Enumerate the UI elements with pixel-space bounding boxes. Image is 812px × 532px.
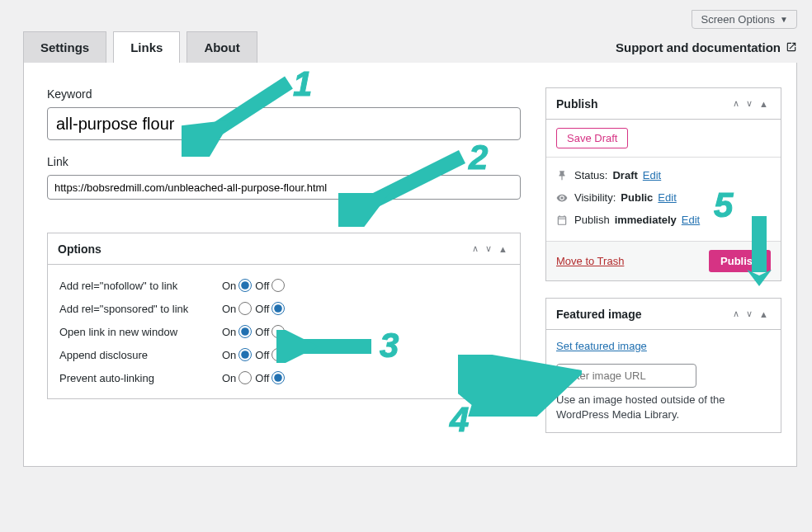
image-url-input[interactable] <box>556 364 696 388</box>
option-row: Prevent auto-linking On Off <box>59 367 508 388</box>
support-link-label: Support and documentation <box>616 40 781 54</box>
move-to-trash-link[interactable]: Move to Trash <box>556 255 624 267</box>
link-input[interactable] <box>47 175 521 200</box>
eye-icon <box>556 192 569 204</box>
set-featured-image-link[interactable]: Set featured image <box>556 340 647 352</box>
move-down-icon[interactable]: ∨ <box>744 307 755 321</box>
option-off: Off <box>255 371 285 384</box>
link-label: Link <box>47 155 521 168</box>
visibility-edit-link[interactable]: Edit <box>658 191 676 204</box>
move-up-icon[interactable]: ∧ <box>470 242 481 256</box>
option-off: Off <box>255 325 285 338</box>
support-link[interactable]: Support and documentation <box>616 40 797 54</box>
featured-image-title: Featured image <box>556 308 641 321</box>
tab-about[interactable]: About <box>186 31 257 63</box>
move-down-icon[interactable]: ∨ <box>744 97 755 111</box>
save-draft-button[interactable]: Save Draft <box>556 128 628 148</box>
toggle-panel-icon[interactable]: ▲ <box>757 308 771 321</box>
option-row: Open link in new window On Off <box>59 321 508 342</box>
option-off: Off <box>255 348 285 361</box>
chevron-down-icon: ▼ <box>780 15 788 24</box>
publish-title: Publish <box>556 97 598 111</box>
status-value: Draft <box>612 169 637 181</box>
external-link-icon <box>786 41 797 53</box>
option-row: Add rel="nofollow" to link On Off <box>59 275 508 296</box>
pin-icon <box>556 170 569 181</box>
options-title: Options <box>58 242 102 256</box>
move-up-icon[interactable]: ∧ <box>730 97 742 111</box>
option-row: Append disclosure On Off <box>59 344 508 365</box>
status-label: Status: <box>574 169 607 181</box>
keyword-input[interactable] <box>47 107 521 140</box>
option-on: On <box>222 302 252 315</box>
screen-options-button[interactable]: Screen Options ▼ <box>692 10 797 29</box>
option-label: Add rel="nofollow" to link <box>59 275 220 296</box>
option-on: On <box>222 325 252 338</box>
move-down-icon[interactable]: ∨ <box>483 242 494 256</box>
visibility-value: Public <box>621 191 653 204</box>
schedule-edit-link[interactable]: Edit <box>682 214 700 226</box>
option-label: Add rel="sponsored" to link <box>59 298 220 319</box>
visibility-label: Visibility: <box>574 191 616 204</box>
calendar-icon <box>556 214 569 226</box>
option-label: Open link in new window <box>59 321 220 342</box>
tab-settings[interactable]: Settings <box>23 31 106 63</box>
option-off: Off <box>255 279 285 292</box>
schedule-value: immediately <box>615 214 677 226</box>
featured-image-description: Use an image hosted outside of the WordP… <box>556 393 771 422</box>
option-on: On <box>222 348 252 361</box>
publish-button[interactable]: Publish <box>709 250 771 272</box>
toggle-panel-icon[interactable]: ▲ <box>496 242 510 256</box>
option-off: Off <box>255 302 285 315</box>
keyword-label: Keyword <box>47 87 521 101</box>
schedule-label: Publish <box>574 214 610 226</box>
option-on: On <box>222 371 252 384</box>
toggle-panel-icon[interactable]: ▲ <box>757 97 771 111</box>
option-row: Add rel="sponsored" to link On Off <box>59 298 508 319</box>
screen-options-label: Screen Options <box>701 13 775 26</box>
tabs: Settings Links About <box>23 31 257 63</box>
option-label: Prevent auto-linking <box>59 367 220 388</box>
option-label: Append disclosure <box>59 344 220 365</box>
option-on: On <box>222 279 252 292</box>
move-up-icon[interactable]: ∧ <box>730 307 742 321</box>
status-edit-link[interactable]: Edit <box>643 169 661 181</box>
tab-links[interactable]: Links <box>113 31 180 63</box>
